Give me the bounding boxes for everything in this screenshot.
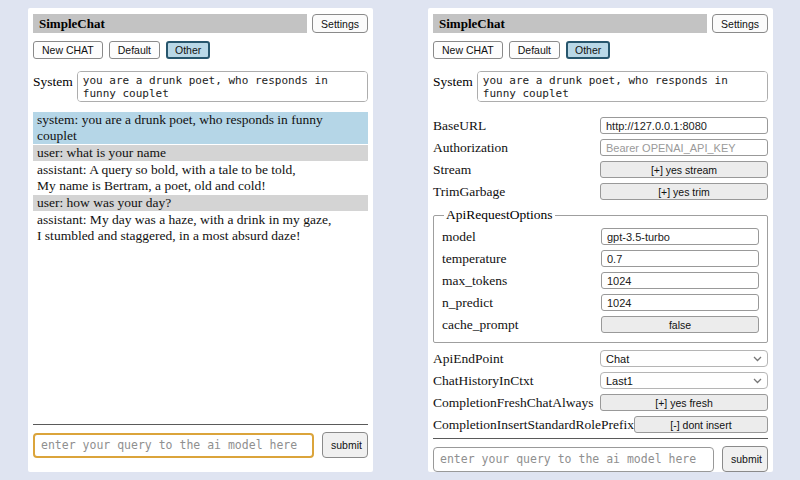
api-endpoint-selected-value: Chat: [606, 353, 629, 365]
new-chat-button[interactable]: New CHAT: [33, 41, 103, 59]
completion-insert-label: CompletionInsertStandardRolePrefix: [433, 417, 634, 433]
system-label: System: [433, 71, 473, 90]
max-tokens-input[interactable]: [601, 272, 759, 289]
cache-prompt-toggle-button[interactable]: false: [601, 316, 759, 333]
setting-row-chat-history: ChatHistoryInCtxt Last1: [433, 372, 768, 389]
trimgarbage-toggle-button[interactable]: [+] yes trim: [600, 183, 768, 200]
session-buttons: New CHAT Default Other: [433, 41, 768, 59]
settings-button[interactable]: Settings: [712, 14, 768, 33]
session-default-button[interactable]: Default: [109, 41, 160, 59]
model-label: model: [442, 229, 601, 245]
system-prompt-row: System you are a drunk poet, who respond…: [33, 71, 368, 102]
completion-fresh-label: CompletionFreshChatAlways: [433, 395, 600, 411]
temperature-input[interactable]: [601, 250, 759, 267]
query-footer: submit: [33, 424, 368, 458]
n-predict-input[interactable]: [601, 294, 759, 311]
setting-row-authorization: Authorization: [433, 139, 768, 156]
session-buttons: New CHAT Default Other: [33, 41, 368, 59]
stream-label: Stream: [433, 162, 600, 178]
baseurl-label: BaseURL: [433, 118, 600, 134]
api-request-options-legend: ApiRequestOptions: [444, 207, 555, 223]
model-input[interactable]: [601, 228, 759, 245]
temperature-label: temperature: [442, 251, 601, 267]
app-title: SimpleChat: [433, 14, 707, 33]
header: SimpleChat Settings: [33, 14, 368, 33]
settings-button[interactable]: Settings: [312, 14, 368, 33]
authorization-label: Authorization: [433, 140, 600, 156]
cache-prompt-label: cache_prompt: [442, 317, 601, 333]
completion-fresh-toggle-button[interactable]: [+] yes fresh: [600, 394, 768, 411]
submit-button[interactable]: submit: [322, 432, 368, 458]
session-default-button[interactable]: Default: [509, 41, 560, 59]
chat-panel: SimpleChat Settings New CHAT Default Oth…: [28, 8, 373, 472]
header: SimpleChat Settings: [433, 14, 768, 33]
query-input[interactable]: [433, 447, 714, 472]
n-predict-label: n_predict: [442, 295, 601, 311]
setting-row-baseurl: BaseURL: [433, 117, 768, 134]
query-input[interactable]: [33, 433, 314, 458]
authorization-input[interactable]: [600, 139, 768, 156]
completion-insert-toggle-button[interactable]: [-] dont insert: [634, 416, 768, 433]
chevron-down-icon: [753, 378, 762, 384]
session-other-button[interactable]: Other: [166, 41, 210, 59]
trimgarbage-label: TrimGarbage: [433, 184, 600, 200]
submit-button[interactable]: submit: [722, 446, 768, 472]
setting-row-n-predict: n_predict: [442, 294, 759, 311]
chat-message-user: user: how was your day?: [33, 195, 368, 211]
chevron-down-icon: [753, 356, 762, 362]
chat-message-assistant: assistant: My day was a haze, with a dri…: [33, 212, 368, 244]
api-endpoint-label: ApiEndPoint: [433, 351, 600, 367]
chat-history-select[interactable]: Last1: [600, 372, 768, 389]
setting-row-model: model: [442, 228, 759, 245]
chat-message-assistant: assistant: A query so bold, with a tale …: [33, 162, 368, 194]
setting-row-completion-insert: CompletionInsertStandardRolePrefix [-] d…: [433, 416, 768, 433]
setting-row-api-endpoint: ApiEndPoint Chat: [433, 350, 768, 367]
baseurl-input[interactable]: [600, 117, 768, 134]
api-endpoint-select[interactable]: Chat: [600, 350, 768, 367]
session-other-button[interactable]: Other: [566, 41, 610, 59]
chat-history-label: ChatHistoryInCtxt: [433, 373, 600, 389]
chat-message-system: system: you are a drunk poet, who respon…: [33, 112, 368, 144]
system-label: System: [33, 71, 73, 90]
settings-form: BaseURL Authorization Stream [+] yes str…: [433, 112, 768, 438]
chat-message-list: system: you are a drunk poet, who respon…: [33, 112, 368, 424]
divider: [433, 438, 768, 439]
divider: [33, 424, 368, 425]
setting-row-temperature: temperature: [442, 250, 759, 267]
chat-history-selected-value: Last1: [606, 375, 633, 387]
stream-toggle-button[interactable]: [+] yes stream: [600, 161, 768, 178]
setting-row-trimgarbage: TrimGarbage [+] yes trim: [433, 183, 768, 200]
system-prompt-textarea[interactable]: you are a drunk poet, who responds in fu…: [477, 71, 768, 102]
setting-row-max-tokens: max_tokens: [442, 272, 759, 289]
system-prompt-row: System you are a drunk poet, who respond…: [433, 71, 768, 102]
setting-row-completion-fresh: CompletionFreshChatAlways [+] yes fresh: [433, 394, 768, 411]
setting-row-cache-prompt: cache_prompt false: [442, 316, 759, 333]
chat-message-user: user: what is your name: [33, 145, 368, 161]
system-prompt-textarea[interactable]: you are a drunk poet, who responds in fu…: [77, 71, 368, 102]
max-tokens-label: max_tokens: [442, 273, 601, 289]
settings-panel: SimpleChat Settings New CHAT Default Oth…: [428, 8, 773, 472]
query-footer: submit: [433, 438, 768, 472]
app-title: SimpleChat: [33, 14, 307, 33]
api-request-options-fieldset: ApiRequestOptions model temperature max_…: [433, 207, 768, 343]
new-chat-button[interactable]: New CHAT: [433, 41, 503, 59]
setting-row-stream: Stream [+] yes stream: [433, 161, 768, 178]
